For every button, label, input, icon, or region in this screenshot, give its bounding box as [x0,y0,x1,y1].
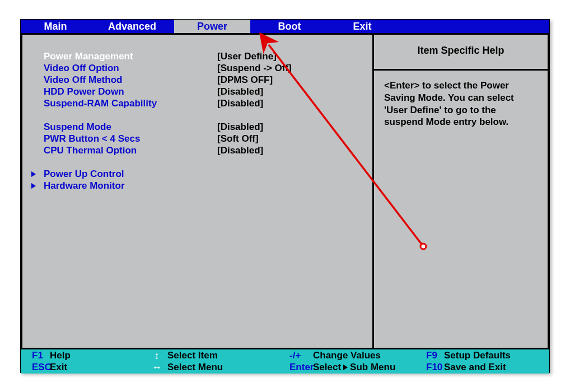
updown-icon: ↕ [146,350,167,362]
submenu-row[interactable]: Power Up Control [22,168,372,180]
setting-label: Video Off Method [44,74,217,86]
tab-advanced[interactable]: Advanced [90,20,174,33]
chevron-right-icon [31,183,36,189]
setting-value: [Soft Off] [217,133,259,144]
tab-exit[interactable]: Exit [329,20,396,33]
setting-value: [Disabled] [217,86,263,97]
select-item-label: Select Item [167,350,218,362]
setting-value: [Disabled] [217,122,263,133]
setting-row[interactable]: PWR Button < 4 Secs[Soft Off] [22,133,372,144]
help-title: Item Specific Help [374,35,548,71]
setting-row[interactable]: Video Off Method[DPMS OFF] [22,74,372,86]
chevron-right-icon [343,365,348,370]
submenu-label: Power Up Control [44,169,217,180]
setting-row[interactable]: CPU Thermal Option[Disabled] [22,144,372,156]
tab-boot[interactable]: Boot [250,20,329,33]
settings-panel: Power Management[User Define]Video Off O… [21,33,372,349]
menu-tabbar: MainAdvancedPowerBootExit [21,20,549,33]
setting-row[interactable]: Suspend-RAM Capability[Disabled] [22,97,372,109]
setting-value: [Disabled] [217,145,263,156]
setting-row[interactable]: HDD Power Down[Disabled] [22,86,372,97]
setting-value: [DPMS OFF] [217,74,273,86]
hotkey-enter: Enter [281,362,313,373]
submenu-row[interactable]: Hardware Monitor [22,180,372,192]
setting-label: Suspend-RAM Capability [44,98,217,109]
body-area: Power Management[User Define]Video Off O… [21,33,549,349]
select-menu-label: Select Menu [167,362,223,374]
hotkey-plusminus: -/+ [281,350,313,361]
hotkey-esc: ESC [23,362,50,373]
setting-value: [Disabled] [217,98,263,109]
leftright-icon: ↔ [146,362,167,374]
setup-defaults-label: Setup Defaults [444,350,511,361]
setting-value: [Suspend -> Off] [217,63,292,74]
setting-label: Video Off Option [44,63,217,74]
change-values-label: Change Values [313,350,381,361]
setting-row[interactable]: Video Off Option[Suspend -> Off] [22,62,372,74]
hotkey-f1: F1 [23,350,50,361]
setting-label: CPU Thermal Option [44,145,217,156]
setting-row[interactable]: Power Management[User Define] [22,50,372,62]
hotkey-f1-label: Help [50,350,71,361]
hotkey-f10: F10 [417,362,444,373]
chevron-right-icon [31,171,36,177]
setting-value: [User Define] [217,51,277,62]
help-text: <Enter> to select the Power Saving Mode.… [374,71,548,137]
setting-label: Suspend Mode [44,122,217,133]
tab-main[interactable]: Main [21,20,90,33]
help-panel: Item Specific Help <Enter> to select the… [372,33,549,349]
submenu-label: Hardware Monitor [44,180,217,192]
hotkey-f9: F9 [417,350,444,361]
setting-label: HDD Power Down [44,86,217,97]
save-exit-label: Save and Exit [444,362,506,373]
setting-label: Power Management [44,51,217,62]
footer-bar: F1 Help ↕ Select Item -/+ Change Values … [21,349,549,374]
tab-power[interactable]: Power [174,20,250,33]
setting-label: PWR Button < 4 Secs [44,133,217,144]
hotkey-esc-label: Exit [50,362,67,373]
select-submenu-label: SelectSub Menu [313,362,395,373]
bios-window: MainAdvancedPowerBootExit Power Manageme… [20,19,550,373]
setting-row[interactable]: Suspend Mode[Disabled] [22,121,372,133]
